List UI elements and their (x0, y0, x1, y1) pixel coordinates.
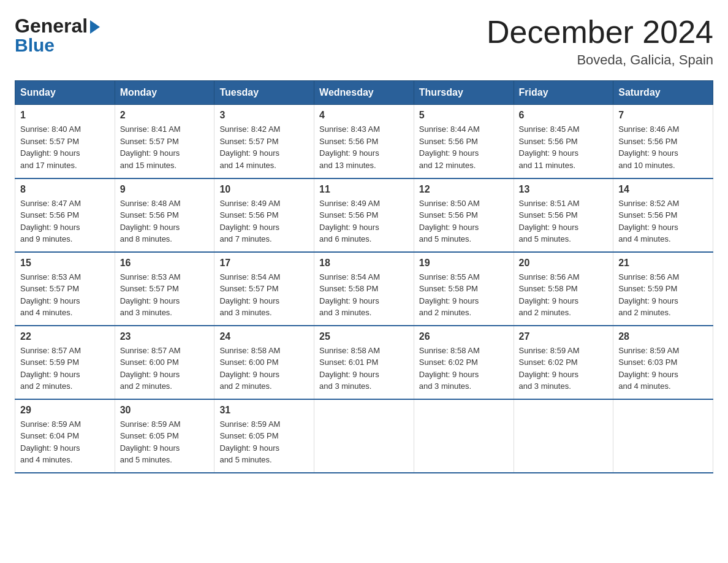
col-header-wednesday: Wednesday (314, 81, 414, 105)
day-info: Sunrise: 8:53 AMSunset: 5:57 PMDaylight:… (120, 271, 210, 319)
calendar-cell: 21Sunrise: 8:56 AMSunset: 5:59 PMDayligh… (613, 252, 713, 326)
day-info: Sunrise: 8:45 AMSunset: 5:56 PMDaylight:… (519, 123, 609, 171)
day-number: 28 (618, 331, 708, 342)
day-number: 25 (319, 331, 409, 342)
calendar-header-row: SundayMondayTuesdayWednesdayThursdayFrid… (15, 81, 713, 105)
day-number: 30 (120, 405, 210, 416)
col-header-tuesday: Tuesday (214, 81, 314, 105)
day-info: Sunrise: 8:50 AMSunset: 5:56 PMDaylight:… (419, 197, 509, 245)
day-number: 7 (618, 110, 708, 121)
calendar-cell: 24Sunrise: 8:58 AMSunset: 6:00 PMDayligh… (214, 326, 314, 399)
logo-blue: Blue (15, 35, 55, 56)
calendar-cell (514, 399, 613, 473)
day-info: Sunrise: 8:59 AMSunset: 6:05 PMDaylight:… (219, 418, 309, 466)
day-number: 16 (120, 258, 210, 269)
day-info: Sunrise: 8:41 AMSunset: 5:57 PMDaylight:… (120, 123, 210, 171)
day-info: Sunrise: 8:57 AMSunset: 5:59 PMDaylight:… (20, 345, 110, 393)
day-info: Sunrise: 8:51 AMSunset: 5:56 PMDaylight:… (519, 197, 609, 245)
day-number: 23 (120, 331, 210, 342)
day-info: Sunrise: 8:59 AMSunset: 6:05 PMDaylight:… (120, 418, 210, 466)
calendar-cell: 4Sunrise: 8:43 AMSunset: 5:56 PMDaylight… (314, 105, 414, 178)
day-info: Sunrise: 8:56 AMSunset: 5:59 PMDaylight:… (618, 271, 708, 319)
col-header-sunday: Sunday (15, 81, 115, 105)
calendar-cell: 15Sunrise: 8:53 AMSunset: 5:57 PMDayligh… (15, 252, 115, 326)
calendar-cell: 31Sunrise: 8:59 AMSunset: 6:05 PMDayligh… (214, 399, 314, 473)
calendar-cell: 8Sunrise: 8:47 AMSunset: 5:56 PMDaylight… (15, 178, 115, 252)
day-info: Sunrise: 8:53 AMSunset: 5:57 PMDaylight:… (20, 271, 110, 319)
day-number: 31 (219, 405, 309, 416)
week-row-1: 1Sunrise: 8:40 AMSunset: 5:57 PMDaylight… (15, 105, 713, 178)
day-info: Sunrise: 8:55 AMSunset: 5:58 PMDaylight:… (419, 271, 509, 319)
calendar-cell: 6Sunrise: 8:45 AMSunset: 5:56 PMDaylight… (514, 105, 613, 178)
day-number: 11 (319, 184, 409, 195)
day-number: 22 (20, 331, 110, 342)
calendar-cell: 16Sunrise: 8:53 AMSunset: 5:57 PMDayligh… (115, 252, 214, 326)
day-info: Sunrise: 8:49 AMSunset: 5:56 PMDaylight:… (219, 197, 309, 245)
day-info: Sunrise: 8:44 AMSunset: 5:56 PMDaylight:… (419, 123, 509, 171)
day-info: Sunrise: 8:42 AMSunset: 5:57 PMDaylight:… (219, 123, 309, 171)
day-info: Sunrise: 8:59 AMSunset: 6:03 PMDaylight:… (618, 345, 708, 393)
week-row-3: 15Sunrise: 8:53 AMSunset: 5:57 PMDayligh… (15, 252, 713, 326)
calendar-cell: 28Sunrise: 8:59 AMSunset: 6:03 PMDayligh… (613, 326, 713, 399)
day-number: 24 (219, 331, 309, 342)
logo-general: General (15, 15, 88, 37)
day-number: 15 (20, 258, 110, 269)
day-info: Sunrise: 8:58 AMSunset: 6:01 PMDaylight:… (319, 345, 409, 393)
calendar-cell: 27Sunrise: 8:59 AMSunset: 6:02 PMDayligh… (514, 326, 613, 399)
calendar-cell: 22Sunrise: 8:57 AMSunset: 5:59 PMDayligh… (15, 326, 115, 399)
day-info: Sunrise: 8:49 AMSunset: 5:56 PMDaylight:… (319, 197, 409, 245)
page-header: General Blue December 2024 Boveda, Galic… (15, 15, 713, 68)
week-row-5: 29Sunrise: 8:59 AMSunset: 6:04 PMDayligh… (15, 399, 713, 473)
day-info: Sunrise: 8:43 AMSunset: 5:56 PMDaylight:… (319, 123, 409, 171)
day-number: 13 (519, 184, 609, 195)
day-info: Sunrise: 8:46 AMSunset: 5:56 PMDaylight:… (618, 123, 708, 171)
day-number: 14 (618, 184, 708, 195)
calendar-cell (314, 399, 414, 473)
calendar-cell: 13Sunrise: 8:51 AMSunset: 5:56 PMDayligh… (514, 178, 613, 252)
day-info: Sunrise: 8:52 AMSunset: 5:56 PMDaylight:… (618, 197, 708, 245)
day-number: 19 (419, 258, 509, 269)
day-number: 4 (319, 110, 409, 121)
month-title: December 2024 (487, 15, 713, 50)
logo: General Blue (15, 15, 100, 56)
day-number: 20 (519, 258, 609, 269)
logo-arrow-icon (90, 20, 100, 34)
day-number: 8 (20, 184, 110, 195)
day-info: Sunrise: 8:59 AMSunset: 6:02 PMDaylight:… (519, 345, 609, 393)
calendar-cell (613, 399, 713, 473)
col-header-saturday: Saturday (613, 81, 713, 105)
day-number: 18 (319, 258, 409, 269)
day-number: 6 (519, 110, 609, 121)
week-row-2: 8Sunrise: 8:47 AMSunset: 5:56 PMDaylight… (15, 178, 713, 252)
day-info: Sunrise: 8:56 AMSunset: 5:58 PMDaylight:… (519, 271, 609, 319)
calendar-cell: 17Sunrise: 8:54 AMSunset: 5:57 PMDayligh… (214, 252, 314, 326)
calendar-cell: 3Sunrise: 8:42 AMSunset: 5:57 PMDaylight… (214, 105, 314, 178)
calendar-cell: 5Sunrise: 8:44 AMSunset: 5:56 PMDaylight… (414, 105, 514, 178)
day-info: Sunrise: 8:59 AMSunset: 6:04 PMDaylight:… (20, 418, 110, 466)
day-info: Sunrise: 8:54 AMSunset: 5:58 PMDaylight:… (319, 271, 409, 319)
day-number: 17 (219, 258, 309, 269)
calendar-cell: 14Sunrise: 8:52 AMSunset: 5:56 PMDayligh… (613, 178, 713, 252)
day-number: 26 (419, 331, 509, 342)
calendar-cell (414, 399, 514, 473)
day-info: Sunrise: 8:40 AMSunset: 5:57 PMDaylight:… (20, 123, 110, 171)
day-number: 9 (120, 184, 210, 195)
calendar-cell: 9Sunrise: 8:48 AMSunset: 5:56 PMDaylight… (115, 178, 214, 252)
calendar-cell: 1Sunrise: 8:40 AMSunset: 5:57 PMDaylight… (15, 105, 115, 178)
calendar-cell: 23Sunrise: 8:57 AMSunset: 6:00 PMDayligh… (115, 326, 214, 399)
day-number: 10 (219, 184, 309, 195)
calendar-cell: 11Sunrise: 8:49 AMSunset: 5:56 PMDayligh… (314, 178, 414, 252)
calendar-cell: 12Sunrise: 8:50 AMSunset: 5:56 PMDayligh… (414, 178, 514, 252)
calendar-cell: 26Sunrise: 8:58 AMSunset: 6:02 PMDayligh… (414, 326, 514, 399)
day-number: 3 (219, 110, 309, 121)
day-number: 21 (618, 258, 708, 269)
day-info: Sunrise: 8:57 AMSunset: 6:00 PMDaylight:… (120, 345, 210, 393)
week-row-4: 22Sunrise: 8:57 AMSunset: 5:59 PMDayligh… (15, 326, 713, 399)
day-info: Sunrise: 8:48 AMSunset: 5:56 PMDaylight:… (120, 197, 210, 245)
location: Boveda, Galicia, Spain (487, 52, 713, 68)
day-number: 2 (120, 110, 210, 121)
day-info: Sunrise: 8:54 AMSunset: 5:57 PMDaylight:… (219, 271, 309, 319)
title-block: December 2024 Boveda, Galicia, Spain (487, 15, 713, 68)
calendar-cell: 10Sunrise: 8:49 AMSunset: 5:56 PMDayligh… (214, 178, 314, 252)
calendar-cell: 29Sunrise: 8:59 AMSunset: 6:04 PMDayligh… (15, 399, 115, 473)
